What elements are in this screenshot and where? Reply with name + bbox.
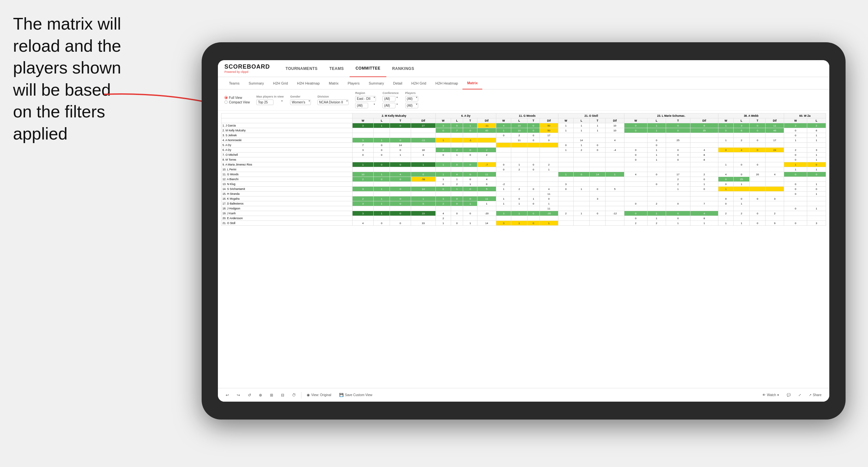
player-name: 18. J Hodgson [221,206,352,211]
player-name: 4. A Nomrowski [221,138,352,143]
col-group-header-row: 2. M Kelly Mulcahy 6. A Dy 11. G Woods 2… [221,114,826,118]
players-select[interactable]: (All) [405,96,418,101]
sub-nav-h2h-grid2[interactable]: H2H Grid [407,77,431,89]
expand-button[interactable]: ⤢ [796,392,804,398]
player-name: 9. A Maria Jimenez Rios [221,162,352,167]
player-name: 14. S Srichantamit [221,187,352,191]
fit-button[interactable]: ⊞ [267,392,276,399]
players-all-select[interactable]: (All) [405,103,418,108]
compact-view-label: Compact View [229,100,250,104]
undo-button[interactable]: ↩ [223,392,231,399]
player-name: 17. D Ballesteros [221,201,352,206]
player-name: 2. M Kelly Mulcahy [221,128,352,133]
view-original-button[interactable]: ◉ View: Original [304,392,334,398]
sub-nav-summary1[interactable]: Summary [244,77,268,89]
sub-nav-h2h-heatmap1[interactable]: H2H Heatmap [292,77,324,89]
full-view-radio[interactable] [224,96,228,99]
player-name: 10. L Perini [221,167,352,172]
col-dif-6: Dif [766,118,784,123]
save-custom-button[interactable]: 💾 Save Custom View [337,392,375,398]
watch-button[interactable]: 👁 Watch ▾ [760,392,781,398]
max-players-select[interactable]: Top 25 [256,99,274,105]
division-filter: Division NCAA Division II [317,95,349,105]
sub-nav-summary2[interactable]: Summary [364,77,389,89]
col-t-2: T [463,118,477,123]
players-filter: Players (All) (All) [405,91,418,108]
player-sub-col-header [221,118,352,123]
view-original-icon: ◉ [307,393,310,397]
nav-teams[interactable]: TEAMS [323,60,350,77]
gender-select-wrap[interactable]: Women's [290,99,311,105]
region-all-select-wrap[interactable]: (All) [355,102,376,108]
conference-select[interactable]: (All) [382,96,396,101]
table-row: 11. G Woods 10140 14011 10141 40172 4020… [221,172,826,177]
player-name: 13. N Klug [221,182,352,187]
col-t-4: T [590,118,606,123]
sub-nav-matrix2[interactable]: Matrix [462,77,482,89]
table-row: 3. S Jelinek 02017 01 [221,133,826,138]
players-label: Players [405,91,418,95]
col-w-5: W [624,118,647,123]
table-row: 2. M Kelly Mulcahy 07040 110050 11110 01… [221,128,826,133]
full-view-option[interactable]: Full View [224,96,250,99]
col-group-7: 60. W Za [784,114,826,118]
table-row: 17. D Ballesteros 3100 2011 1101 0207 01 [221,201,826,206]
table-row: 8. M Torres 0108 01 [221,157,826,162]
division-select-wrap[interactable]: NCAA Division II [317,99,349,105]
zoom-button[interactable]: ⊕ [256,392,265,399]
col-group-1: 2. M Kelly Mulcahy [352,114,436,118]
gender-select[interactable]: Women's [290,99,311,105]
max-players-select-wrap[interactable]: Top 25 [256,99,284,105]
redo-button[interactable]: ↪ [234,392,243,399]
reset-button[interactable]: ↺ [245,392,254,399]
sub-nav-matrix1[interactable]: Matrix [324,77,343,89]
clock-icon: ⏱ [292,393,296,397]
table-row: 13. N Klug 0210 -2 3 021 01 01 [221,182,826,187]
col-l-7: L [807,118,826,123]
sub-nav-h2h-heatmap2[interactable]: H2H Heatmap [431,77,463,89]
sub-nav-h2h-grid1[interactable]: H2H Grid [268,77,292,89]
nav-committee[interactable]: COMMITTEE [350,60,386,77]
conference-all-select[interactable]: (All) [382,103,396,108]
clock-button[interactable]: ⏱ [289,392,299,399]
conference-all-select-wrap[interactable]: (All) [382,102,399,108]
table-row: 12. A Bianchi 200-58 1104 20 025 [221,177,826,182]
sub-nav-players[interactable]: Players [343,77,364,89]
region-all-select[interactable]: (All) [355,103,368,108]
sub-nav-detail[interactable]: Detail [389,77,407,89]
main-content: 2. M Kelly Mulcahy 6. A Dy 11. G Woods 2… [218,111,829,402]
zoom-minus-button[interactable]: ⊟ [278,392,287,399]
matrix-table: 2. M Kelly Mulcahy 6. A Dy 11. G Woods 2… [221,113,826,226]
filters-row: Full View Compact View Max players in vi… [218,89,829,111]
compact-view-option[interactable]: Compact View [224,100,250,104]
matrix-container[interactable]: 2. M Kelly Mulcahy 6. A Dy 11. G Woods 2… [218,111,829,388]
division-select[interactable]: NCAA Division II [317,99,349,105]
col-l-3: L [511,118,527,123]
col-group-6: 38. A Webb [718,114,784,118]
players-select-wrap[interactable]: (All) [405,95,418,101]
region-select[interactable]: East - DII [355,96,376,101]
player-name: 6. A Dy [221,148,352,153]
col-l-5: L [647,118,666,123]
col-dif-3: Dif [539,118,558,123]
compact-view-radio[interactable] [224,100,228,104]
share-button[interactable]: ↗ Share [806,392,824,398]
table-row: 20. E Andersson 2 0108 [221,216,826,221]
nav-tournaments[interactable]: TOURNAMENTS [280,60,323,77]
tablet-screen: SCOREBOARD Powered by clippd TOURNAMENTS… [218,60,829,402]
max-players-filter: Max players in view Top 25 [256,95,284,105]
players-all-select-wrap[interactable]: (All) [405,102,418,108]
save-icon: 💾 [339,393,344,397]
comment-button[interactable]: 💬 [784,392,793,398]
table-row: 7. O Mitchell 0013 0102 0108 01 [221,153,826,157]
player-name: 19. J Kanh [221,211,352,216]
region-select-wrap[interactable]: East - DII [355,95,376,101]
zoom-minus-icon: ⊟ [281,393,284,397]
conference-filter: Conference (All) (All) [382,91,399,108]
col-dif-4: Dif [606,118,624,123]
nav-rankings[interactable]: RANKINGS [386,60,420,77]
player-name: 12. A Bianchi [221,177,352,182]
table-row: 1. J Garcia 31027 301-11 410050 11110 01… [221,123,826,128]
sub-nav-teams[interactable]: Teams [224,77,244,89]
conference-select-wrap[interactable]: (All) [382,95,399,101]
